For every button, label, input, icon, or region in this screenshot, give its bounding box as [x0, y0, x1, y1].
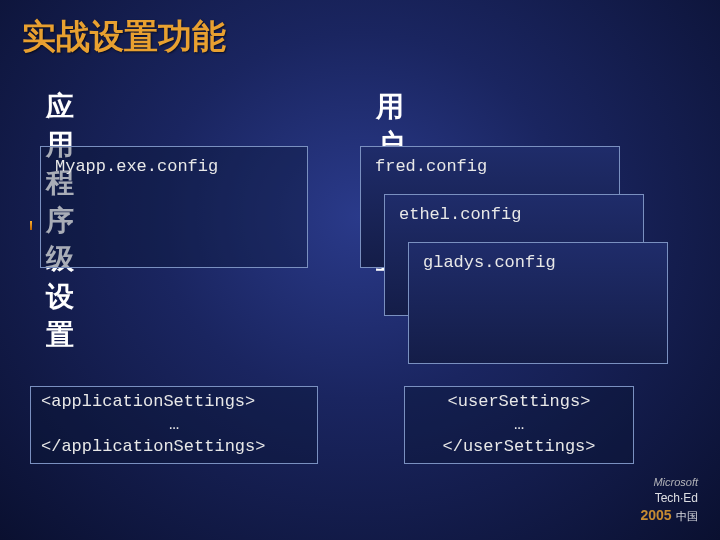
xml-close-tag: </userSettings>	[442, 436, 595, 459]
brand-small: Microsoft	[640, 476, 698, 488]
user-config-filename-2: ethel.config	[399, 205, 521, 224]
user-config-box-3: gladys.config	[408, 242, 668, 364]
footer-logo: Microsoft Tech·Ed 2005 中国	[640, 476, 698, 524]
brand-year: 2005	[640, 507, 671, 523]
bullet-icon	[30, 221, 32, 230]
brand-name: Tech·Ed	[655, 491, 698, 505]
app-config-box: Myapp.exe.config	[40, 146, 308, 268]
slide-title: 实战设置功能	[22, 14, 226, 60]
xml-ellipsis: …	[41, 414, 307, 437]
xml-open-tag: <applicationSettings>	[41, 391, 307, 414]
user-config-filename-1: fred.config	[375, 157, 487, 176]
brand-region: 中国	[676, 510, 698, 522]
xml-open-tag: <userSettings>	[448, 391, 591, 414]
xml-close-tag: </applicationSettings>	[41, 436, 307, 459]
user-settings-xml: <userSettings> … </userSettings>	[404, 386, 634, 464]
xml-ellipsis: …	[514, 414, 524, 437]
app-settings-xml: <applicationSettings> … </applicationSet…	[30, 386, 318, 464]
app-config-filename: Myapp.exe.config	[55, 157, 218, 176]
user-config-filename-3: gladys.config	[423, 253, 556, 272]
